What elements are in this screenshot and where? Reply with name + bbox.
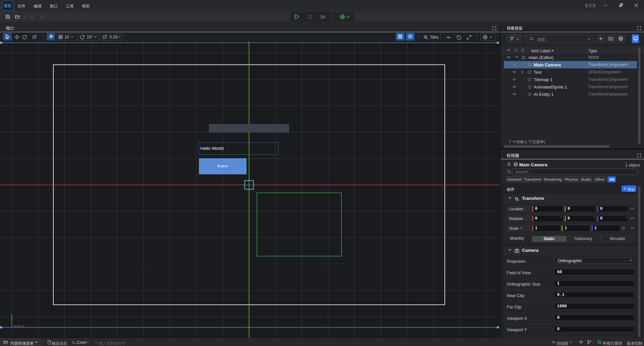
svg-text:X: X <box>21 325 24 329</box>
svg-text:Hello World: Hello World <box>200 146 224 151</box>
svg-text:Button: Button <box>217 164 228 168</box>
svg-text:Y: Y <box>10 313 13 318</box>
